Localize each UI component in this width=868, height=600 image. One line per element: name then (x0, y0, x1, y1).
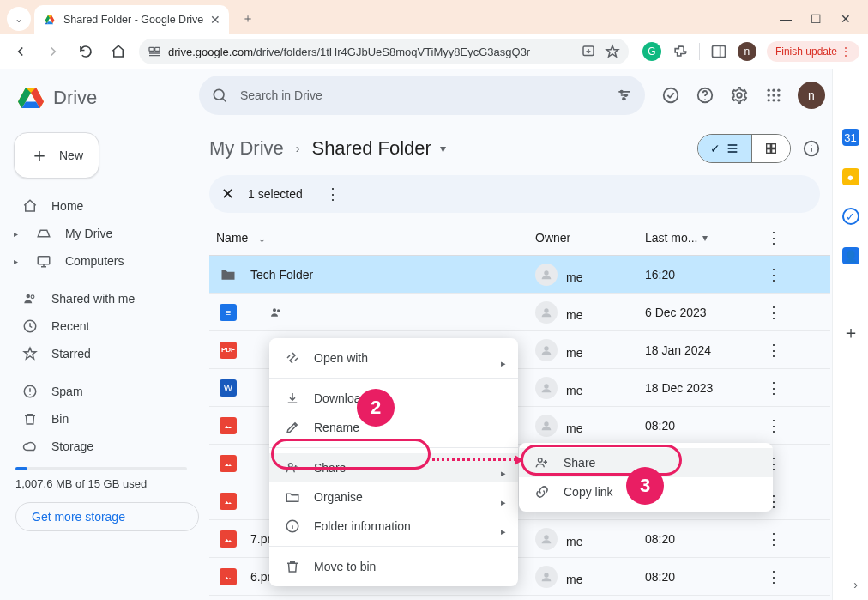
close-window-icon[interactable]: ✕ (841, 12, 851, 26)
browser-toolbar: drive.google.com/drive/folders/1tHr4GJbU… (0, 34, 868, 69)
calendar-icon[interactable]: 31 (842, 129, 859, 146)
row-more-icon[interactable]: ⋮ (756, 416, 791, 435)
side-panel-icon[interactable] (710, 43, 727, 60)
sidebar-item-storage[interactable]: Storage (12, 433, 199, 460)
sidebar-item-spam[interactable]: Spam (12, 378, 199, 405)
col-more-icon[interactable]: ⋮ (756, 228, 791, 247)
folder-icon (285, 489, 300, 505)
sidebar-item-bin[interactable]: Bin (12, 405, 199, 433)
apps-grid-icon[interactable] (763, 85, 784, 106)
svg-point-22 (664, 88, 678, 103)
owner-avatar-icon (535, 566, 558, 588)
new-button[interactable]: ＋ New (14, 132, 99, 179)
sidebar-item-label: Bin (51, 412, 69, 426)
reload-icon[interactable] (74, 39, 98, 64)
minimize-icon[interactable]: — (780, 12, 792, 26)
tab-close-icon[interactable]: ✕ (210, 13, 220, 27)
storage-bar (15, 467, 187, 470)
sidebar-item-recent[interactable]: Recent (12, 312, 199, 340)
home-icon[interactable] (106, 39, 130, 64)
ctx-rename[interactable]: Rename (269, 413, 518, 442)
back-icon[interactable] (9, 39, 33, 64)
row-more-icon[interactable]: ⋮ (756, 303, 791, 322)
svg-point-39 (544, 270, 548, 275)
drive-logo[interactable]: Drive (12, 76, 199, 129)
breadcrumb-parent[interactable]: My Drive (209, 137, 284, 160)
col-modified-label[interactable]: Last mo... (645, 231, 756, 245)
col-owner-label[interactable]: Owner (535, 231, 645, 245)
row-more-icon[interactable]: ⋮ (756, 567, 791, 586)
row-more-icon[interactable]: ⋮ (756, 530, 791, 548)
new-tab-button[interactable]: ＋ (236, 7, 260, 31)
table-header: Name↓ Owner Last mo... ⋮ (209, 220, 830, 256)
tabs-dropdown-icon[interactable]: ⌄ (7, 7, 31, 31)
get-more-storage-button[interactable]: Get more storage (15, 502, 199, 531)
modified-text: 08:20 (645, 419, 756, 433)
maximize-icon[interactable]: ☐ (811, 12, 822, 26)
site-settings-icon[interactable] (148, 45, 161, 58)
svg-point-15 (31, 295, 34, 299)
search-options-icon[interactable] (616, 87, 633, 104)
owner-avatar-icon (535, 528, 558, 550)
sidebar-item-computers[interactable]: Computers (12, 247, 199, 275)
svg-point-40 (273, 308, 276, 312)
extension-grammarly-icon[interactable]: G (642, 42, 661, 61)
clear-selection-icon[interactable]: ✕ (221, 185, 234, 203)
keep-icon[interactable]: ● (842, 168, 859, 185)
sidebar-item-my-drive[interactable]: My Drive (12, 220, 199, 247)
breadcrumb-current[interactable]: Shared Folder (311, 137, 445, 160)
list-view-button[interactable]: ✓ (698, 135, 752, 162)
ready-offline-icon[interactable] (660, 85, 681, 106)
bookmark-star-icon[interactable] (605, 44, 620, 59)
table-row[interactable]: ≡me6 Dec 2023⋮ (209, 294, 830, 331)
tab-title: Shared Folder - Google Drive (63, 14, 203, 26)
grid-view-button[interactable] (752, 135, 790, 162)
col-name-label[interactable]: Name (216, 231, 248, 245)
sort-arrow-icon[interactable]: ↓ (258, 230, 265, 245)
view-toggle[interactable]: ✓ (697, 134, 791, 163)
search-input[interactable]: Search in Drive (199, 76, 645, 115)
extensions-icon[interactable] (672, 43, 689, 60)
ctx-organise[interactable]: Organise (269, 482, 518, 512)
cloud-icon (22, 439, 38, 454)
owner-avatar-icon (535, 377, 558, 399)
sidebar-item-starred[interactable]: Starred (12, 340, 199, 367)
finish-update-button[interactable]: Finish update⋮ (767, 41, 859, 62)
address-bar[interactable]: drive.google.com/drive/folders/1tHr4GJbU… (139, 39, 629, 64)
drive-icon (36, 226, 51, 241)
support-icon[interactable] (695, 85, 715, 106)
image-icon (220, 455, 237, 472)
drive-favicon-icon (43, 13, 57, 27)
browser-tab[interactable]: Shared Folder - Google Drive ✕ (34, 5, 229, 34)
profile-avatar-icon[interactable]: n (738, 42, 756, 61)
right-side-panel: 31 ● ✓ 👤 ＋ › (832, 69, 868, 600)
addons-plus-icon[interactable]: ＋ (842, 321, 859, 344)
svg-point-45 (544, 346, 548, 350)
install-app-icon[interactable] (581, 44, 596, 59)
details-icon[interactable] (801, 138, 822, 159)
annotation-subshare-highlight (521, 445, 682, 476)
sidebar-item-home[interactable]: Home (12, 192, 199, 220)
settings-icon[interactable] (729, 85, 750, 106)
row-more-icon[interactable]: ⋮ (756, 379, 791, 397)
table-row[interactable]: Tech Folderme16:20⋮ (209, 256, 830, 294)
shared-icon (22, 291, 38, 306)
selection-more-icon[interactable]: ⋮ (325, 185, 341, 203)
tasks-icon[interactable]: ✓ (842, 208, 859, 225)
star-icon (22, 346, 38, 361)
collapse-panel-icon[interactable]: › (853, 578, 858, 591)
ctx-open-with[interactable]: Open with (269, 343, 518, 373)
pdf-icon: PDF (220, 342, 237, 359)
account-avatar[interactable]: n (798, 82, 825, 109)
forward-icon[interactable] (41, 39, 65, 64)
sidebar-item-label: Storage (51, 439, 93, 453)
svg-point-19 (620, 91, 623, 94)
contacts-icon[interactable]: 👤 (842, 247, 859, 264)
owner-avatar-icon (535, 415, 558, 437)
ctx-move-to-bin[interactable]: Move to bin (269, 552, 518, 581)
sidebar-item-shared[interactable]: Shared with me (12, 285, 199, 312)
row-more-icon[interactable]: ⋮ (756, 341, 791, 360)
ctx-folder-info[interactable]: Folder information (269, 512, 518, 541)
row-more-icon[interactable]: ⋮ (756, 265, 791, 284)
owner-text: me (566, 308, 582, 322)
